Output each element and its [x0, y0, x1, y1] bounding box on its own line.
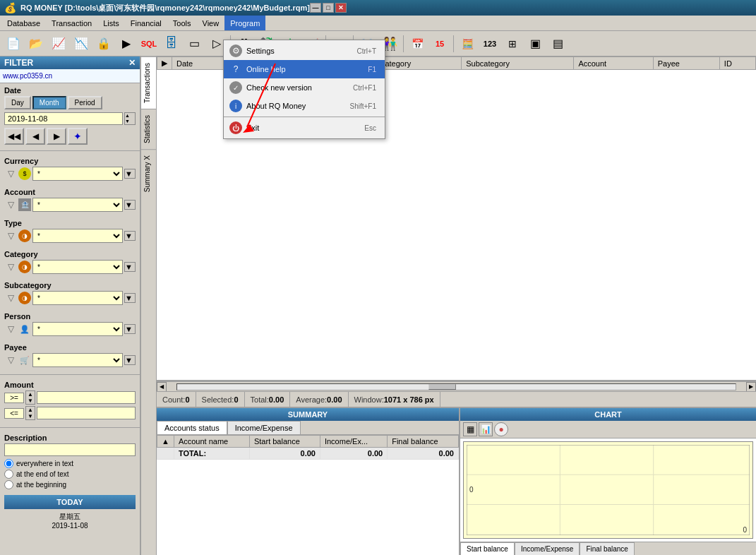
summary-th-income[interactable]: Income/Ex...: [320, 436, 387, 448]
subcategory-spinner[interactable]: ▼: [124, 293, 136, 303]
toolbar-db[interactable]: 🗄: [161, 33, 182, 54]
radio-beginning[interactable]: at the beginning: [4, 480, 136, 489]
th-date[interactable]: Date: [172, 57, 227, 70]
amount-input2[interactable]: [37, 407, 136, 419]
type-select[interactable]: *: [32, 229, 123, 243]
menu-settings-item[interactable]: ⚙ Settings Ctrl+T: [224, 42, 385, 60]
th-id[interactable]: ID: [719, 57, 755, 70]
chart-tab-start[interactable]: Start balance: [460, 542, 515, 555]
star-button[interactable]: ✦: [68, 128, 88, 145]
radio-beginning-input[interactable]: [4, 480, 13, 489]
toolbar-window2[interactable]: ▤: [547, 33, 568, 54]
toolbar-btn4[interactable]: 📉: [71, 33, 92, 54]
th-payee[interactable]: Payee: [653, 57, 719, 70]
menu-online-help-item[interactable]: ? Online help F1: [224, 60, 385, 78]
day-button[interactable]: Day: [4, 96, 31, 109]
amount-spinner2[interactable]: ▲▼: [25, 406, 35, 420]
person-select[interactable]: *: [32, 322, 123, 336]
radio-end-input[interactable]: [4, 470, 13, 479]
subcategory-select[interactable]: *: [32, 291, 123, 305]
summary-tab-income[interactable]: Income/Expense: [227, 421, 301, 434]
payee-spinner[interactable]: ▼: [124, 355, 136, 365]
menu-exit-item[interactable]: ⏻ Exit Esc: [224, 119, 385, 137]
month-button[interactable]: Month: [32, 96, 66, 109]
window-label: Window:: [354, 395, 384, 404]
payee-select[interactable]: *: [32, 353, 123, 367]
menu-program[interactable]: Program: [224, 16, 265, 30]
description-section: Description everywhere in text at the en…: [0, 431, 140, 492]
minimize-button[interactable]: —: [310, 3, 321, 13]
date-spinner[interactable]: ▲ ▼: [124, 112, 136, 125]
summary-th-start[interactable]: Start balance: [249, 436, 320, 448]
description-input[interactable]: [4, 443, 136, 456]
restore-button[interactable]: □: [323, 3, 334, 13]
chart-tab-income[interactable]: Income/Expense: [515, 542, 580, 555]
chart-pie-icon[interactable]: ●: [494, 422, 508, 436]
prev-button[interactable]: ◀: [25, 128, 45, 145]
account-select[interactable]: *: [32, 198, 123, 212]
toolbar-new[interactable]: 📄: [3, 33, 24, 54]
menu-check-version-item[interactable]: ✓ Check new version Ctrl+F1: [224, 78, 385, 97]
amount-input1[interactable]: [37, 391, 136, 404]
toolbar-sql[interactable]: SQL: [138, 33, 160, 54]
menu-tools[interactable]: Tools: [167, 16, 197, 30]
category-spinner[interactable]: ▼: [124, 262, 136, 272]
chart-table-icon[interactable]: ▦: [463, 422, 477, 436]
person-spinner[interactable]: ▼: [124, 324, 136, 334]
next-button[interactable]: ▶: [47, 128, 66, 145]
toolbar-btn3[interactable]: 📈: [48, 33, 69, 54]
radio-end[interactable]: at the end of text: [4, 470, 136, 479]
menu-transaction[interactable]: Transaction: [46, 16, 97, 30]
currency-spinner[interactable]: ▼: [124, 169, 136, 179]
scroll-track[interactable]: [176, 383, 736, 390]
radio-everywhere-input[interactable]: [4, 459, 13, 468]
account-spinner[interactable]: ▼: [124, 200, 136, 210]
category-select[interactable]: *: [32, 260, 123, 274]
summary-th-account[interactable]: Account name: [174, 436, 249, 448]
toolbar-grid[interactable]: ⊞: [502, 33, 523, 54]
period-button[interactable]: Period: [68, 96, 102, 109]
amount-op1: >=: [4, 393, 24, 403]
date-input[interactable]: 2019-11-08: [4, 112, 123, 125]
toolbar-btn9[interactable]: ▭: [184, 33, 205, 54]
subcategory-funnel-icon: ▽: [4, 292, 17, 304]
scroll-thumb[interactable]: [428, 384, 457, 390]
toolbar-window1[interactable]: ▣: [524, 33, 546, 54]
tab-transactions[interactable]: Transactions: [141, 56, 156, 109]
scroll-right-button[interactable]: ▶: [746, 382, 756, 392]
chart-tab-final[interactable]: Final balance: [580, 542, 634, 555]
radio-everywhere[interactable]: everywhere in text: [4, 459, 136, 468]
today-button[interactable]: TODAY: [4, 495, 136, 509]
menu-about-item[interactable]: i About RQ Money Shift+F1: [224, 97, 385, 115]
summary-tab-accounts[interactable]: Accounts status: [157, 421, 227, 434]
chart-bar-icon[interactable]: 📊: [479, 422, 493, 436]
toolbar-btn6[interactable]: ▶: [116, 33, 137, 54]
scroll-left-button[interactable]: ◀: [157, 382, 167, 392]
toolbar-num2[interactable]: 123: [479, 33, 500, 54]
menu-view[interactable]: View: [197, 16, 225, 30]
summary-th-sort[interactable]: ▲: [157, 436, 174, 448]
tab-statistics[interactable]: Statistics: [141, 109, 156, 149]
tab-summary-x[interactable]: Summary X: [141, 149, 156, 198]
th-category[interactable]: Category: [375, 57, 462, 70]
th-collapse[interactable]: ▶: [157, 57, 172, 70]
toolbar-num1[interactable]: 15: [429, 33, 450, 54]
toolbar-calendar[interactable]: 📅: [407, 33, 428, 54]
amount-spinner1[interactable]: ▲▼: [25, 390, 35, 405]
th-account[interactable]: Account: [574, 57, 653, 70]
currency-select[interactable]: *: [32, 167, 123, 181]
toolbar-btn5[interactable]: 🔒: [93, 33, 114, 54]
toolbar-save[interactable]: 📂: [25, 33, 47, 54]
toolbar-calc[interactable]: 🧮: [457, 33, 478, 54]
menu-lists[interactable]: Lists: [97, 16, 125, 30]
horizontal-scrollbar[interactable]: ◀ ▶: [157, 381, 756, 391]
prev-prev-button[interactable]: ◀◀: [4, 128, 24, 145]
summary-th-final[interactable]: Final balance: [388, 436, 459, 448]
th-subcategory[interactable]: Subcategory: [462, 57, 574, 70]
filter-close-button[interactable]: ✕: [128, 58, 136, 68]
menu-financial[interactable]: Financial: [125, 16, 167, 30]
summary-table: ▲ Account name Start balance Income/Ex..…: [157, 435, 459, 460]
type-spinner[interactable]: ▼: [124, 231, 136, 241]
close-button[interactable]: ✕: [335, 3, 347, 13]
menu-database[interactable]: Database: [1, 16, 46, 30]
